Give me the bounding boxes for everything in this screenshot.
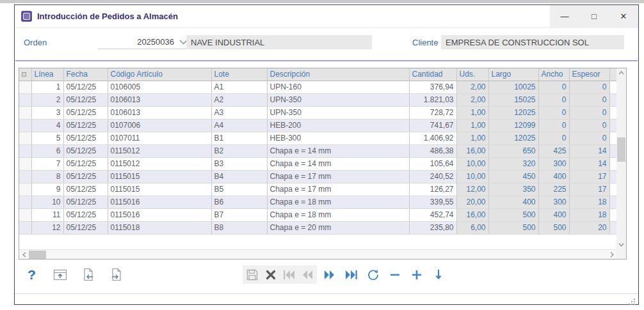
table-cell[interactable]: Chapa e = 18 mm xyxy=(267,196,409,208)
upload-window-button[interactable] xyxy=(51,265,69,284)
table-cell[interactable]: 0115015 xyxy=(108,183,211,196)
add-row-button[interactable] xyxy=(407,265,426,284)
table-cell[interactable]: 05/12/25 xyxy=(63,106,108,119)
vertical-scroll-thumb[interactable] xyxy=(617,137,625,162)
table-cell[interactable]: 14 xyxy=(569,157,609,170)
row-selector[interactable] xyxy=(19,81,31,93)
table-cell[interactable]: 3 xyxy=(31,106,63,119)
table-cell[interactable]: 20,00 xyxy=(456,196,488,208)
table-cell[interactable]: 400 xyxy=(538,170,569,183)
table-cell[interactable]: 12099 xyxy=(488,119,538,132)
table-cell[interactable]: 300 xyxy=(538,157,569,170)
table-cell[interactable]: 0 xyxy=(569,81,609,93)
row-selector[interactable] xyxy=(19,157,31,170)
table-cell[interactable]: B7 xyxy=(211,208,267,221)
table-cell[interactable]: 18 xyxy=(569,196,609,208)
last-record-button[interactable] xyxy=(342,265,360,284)
table-cell[interactable]: 17 xyxy=(569,183,609,196)
table-cell[interactable]: 1,00 xyxy=(456,132,488,144)
close-button[interactable]: ✕ xyxy=(609,5,638,28)
table-cell[interactable]: 0 xyxy=(569,106,609,119)
table-cell[interactable]: 10,00 xyxy=(456,157,488,170)
table-cell[interactable]: A4 xyxy=(211,119,267,132)
table-cell[interactable]: 11 xyxy=(31,208,63,221)
horizontal-scroll-thumb[interactable] xyxy=(29,251,46,259)
cancel-button[interactable] xyxy=(261,265,280,284)
row-selector[interactable] xyxy=(19,221,31,234)
next-record-button[interactable] xyxy=(320,265,339,284)
table-cell[interactable]: 0115012 xyxy=(108,144,211,157)
table-cell[interactable]: 0 xyxy=(538,132,569,144)
table-cell[interactable]: 728,72 xyxy=(409,106,456,119)
resize-grip-icon[interactable] xyxy=(627,298,636,306)
table-cell[interactable]: 0106005 xyxy=(108,81,211,93)
table-cell[interactable]: UPN-350 xyxy=(267,106,409,119)
column-header[interactable]: Descripción xyxy=(267,68,409,81)
column-header[interactable]: Línea xyxy=(31,68,63,81)
table-cell[interactable]: 05/12/25 xyxy=(63,81,108,93)
table-cell[interactable]: 0 xyxy=(538,81,569,93)
minimize-button[interactable]: — xyxy=(550,5,579,28)
column-header[interactable]: Espesor xyxy=(569,68,609,81)
table-cell[interactable]: Chapa e = 17 mm xyxy=(267,170,409,183)
table-cell[interactable]: 05/12/25 xyxy=(63,93,108,106)
table-cell[interactable]: 0107006 xyxy=(108,119,211,132)
table-cell[interactable]: 2,00 xyxy=(456,93,488,106)
table-cell[interactable]: 425 xyxy=(538,144,569,157)
column-header[interactable]: Uds. xyxy=(456,68,488,81)
table-cell[interactable]: HEB-200 xyxy=(267,119,409,132)
table-cell[interactable]: 0 xyxy=(569,93,609,106)
row-selector[interactable] xyxy=(19,93,31,106)
table-cell[interactable]: 0115018 xyxy=(108,221,211,234)
table-cell[interactable]: Chapa e = 20 mm xyxy=(267,221,409,234)
table-cell[interactable]: 339,55 xyxy=(409,196,456,208)
table-cell[interactable]: 6 xyxy=(31,144,63,157)
table-cell[interactable]: 05/12/25 xyxy=(63,119,108,132)
save-button[interactable] xyxy=(243,265,261,284)
table-cell[interactable]: Chapa e = 14 mm xyxy=(267,144,409,157)
help-button[interactable]: ? xyxy=(22,265,41,284)
table-cell[interactable]: 0 xyxy=(538,106,569,119)
table-cell[interactable]: 126,27 xyxy=(409,183,456,196)
table-cell[interactable]: B8 xyxy=(211,221,267,234)
table-cell[interactable]: 05/12/25 xyxy=(63,170,108,183)
table-cell[interactable]: 0106013 xyxy=(108,106,211,119)
row-selector[interactable] xyxy=(19,183,31,196)
table-cell[interactable]: Chapa e = 18 mm xyxy=(267,208,409,221)
orden-combobox[interactable]: 20250036 xyxy=(98,35,188,49)
scroll-down-button[interactable] xyxy=(616,240,626,249)
table-cell[interactable]: 0 xyxy=(569,119,609,132)
table-cell[interactable]: 0115012 xyxy=(108,157,211,170)
table-cell[interactable]: 0 xyxy=(569,132,609,144)
table-cell[interactable]: B4 xyxy=(211,170,267,183)
row-selector[interactable] xyxy=(19,208,31,221)
table-cell[interactable]: 2 xyxy=(31,93,63,106)
column-header[interactable]: Fecha xyxy=(63,68,108,81)
table-cell[interactable]: 400 xyxy=(488,196,538,208)
row-selector[interactable] xyxy=(19,119,31,132)
table-cell[interactable]: 105,64 xyxy=(409,157,456,170)
cliente-field[interactable]: EMPRESA DE CONSTRUCCION SOL xyxy=(441,35,624,49)
row-selector[interactable] xyxy=(19,106,31,119)
table-cell[interactable]: A2 xyxy=(211,93,267,106)
table-cell[interactable]: 12025 xyxy=(488,132,538,144)
first-record-button[interactable] xyxy=(280,265,298,284)
table-cell[interactable]: 05/12/25 xyxy=(63,157,108,170)
refresh-button[interactable] xyxy=(364,265,382,284)
table-cell[interactable]: 12025 xyxy=(488,106,538,119)
table-cell[interactable]: 8 xyxy=(31,170,63,183)
table-cell[interactable]: 0115016 xyxy=(108,208,211,221)
table-cell[interactable]: 320 xyxy=(488,157,538,170)
table-cell[interactable]: A3 xyxy=(211,106,267,119)
table-cell[interactable]: 741,67 xyxy=(409,119,456,132)
table-cell[interactable]: B3 xyxy=(211,157,267,170)
table-cell[interactable]: 500 xyxy=(488,208,538,221)
orden-description-field[interactable]: NAVE INDUSTRIAL xyxy=(186,35,372,49)
column-header[interactable]: Código Artículo xyxy=(108,68,211,81)
table-cell[interactable]: 10 xyxy=(31,196,63,208)
vertical-scrollbar[interactable] xyxy=(616,68,626,249)
table-cell[interactable]: 450 xyxy=(488,170,538,183)
table-cell[interactable]: 300 xyxy=(538,196,569,208)
table-cell[interactable]: 0 xyxy=(538,93,569,106)
table-cell[interactable]: 0107011 xyxy=(108,132,211,144)
